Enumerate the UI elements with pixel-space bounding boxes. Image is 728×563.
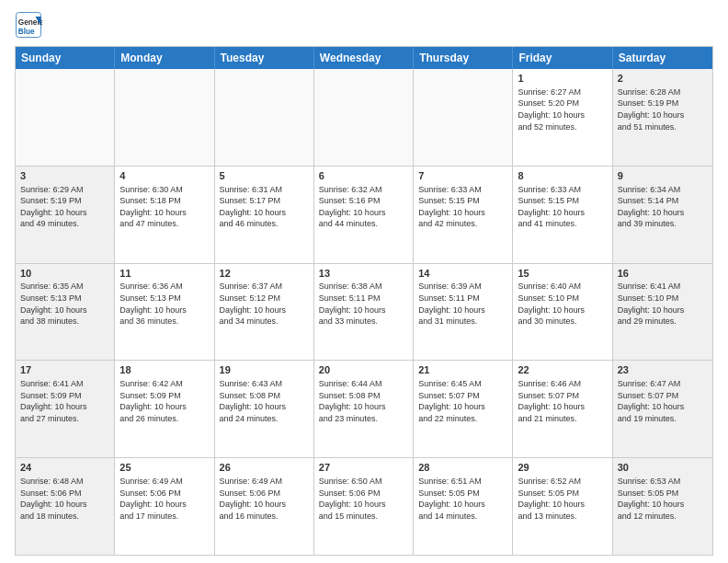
calendar-cell: 7Sunrise: 6:33 AM Sunset: 5:15 PM Daylig… xyxy=(414,167,513,263)
day-number: 3 xyxy=(20,169,109,183)
day-number: 29 xyxy=(518,461,607,475)
calendar-body: 1Sunrise: 6:27 AM Sunset: 5:20 PM Daylig… xyxy=(16,69,712,555)
cell-info: Sunrise: 6:38 AM Sunset: 5:11 PM Dayligh… xyxy=(319,281,408,327)
weekday-header: Tuesday xyxy=(215,47,314,69)
calendar-header: SundayMondayTuesdayWednesdayThursdayFrid… xyxy=(16,47,712,69)
day-number: 19 xyxy=(220,363,309,377)
cell-info: Sunrise: 6:30 AM Sunset: 5:18 PM Dayligh… xyxy=(119,184,209,230)
calendar-row: 3Sunrise: 6:29 AM Sunset: 5:19 PM Daylig… xyxy=(16,166,712,263)
day-number: 27 xyxy=(319,461,408,475)
calendar-cell: 2Sunrise: 6:28 AM Sunset: 5:19 PM Daylig… xyxy=(613,69,712,166)
calendar-row: 17Sunrise: 6:41 AM Sunset: 5:09 PM Dayli… xyxy=(16,360,712,457)
cell-info: Sunrise: 6:48 AM Sunset: 5:06 PM Dayligh… xyxy=(20,476,109,522)
cell-info: Sunrise: 6:27 AM Sunset: 5:20 PM Dayligh… xyxy=(518,86,607,132)
day-number: 30 xyxy=(618,461,708,475)
cell-info: Sunrise: 6:34 AM Sunset: 5:14 PM Dayligh… xyxy=(618,184,708,230)
calendar-cell xyxy=(314,69,414,166)
cell-info: Sunrise: 6:41 AM Sunset: 5:09 PM Dayligh… xyxy=(20,378,109,424)
cell-info: Sunrise: 6:35 AM Sunset: 5:13 PM Dayligh… xyxy=(20,281,109,327)
cell-info: Sunrise: 6:36 AM Sunset: 5:13 PM Dayligh… xyxy=(119,281,209,327)
day-number: 8 xyxy=(518,169,607,183)
day-number: 18 xyxy=(119,363,209,377)
calendar-cell: 12Sunrise: 6:37 AM Sunset: 5:12 PM Dayli… xyxy=(215,264,314,361)
day-number: 23 xyxy=(618,363,708,377)
calendar-cell: 22Sunrise: 6:46 AM Sunset: 5:07 PM Dayli… xyxy=(513,361,612,457)
day-number: 2 xyxy=(618,72,708,86)
logo: General Blue xyxy=(15,11,42,39)
calendar-cell: 9Sunrise: 6:34 AM Sunset: 5:14 PM Daylig… xyxy=(613,167,712,263)
calendar-cell: 21Sunrise: 6:45 AM Sunset: 5:07 PM Dayli… xyxy=(414,361,513,457)
weekday-header: Friday xyxy=(513,47,612,69)
calendar-row: 24Sunrise: 6:48 AM Sunset: 5:06 PM Dayli… xyxy=(16,457,712,555)
day-number: 7 xyxy=(418,169,507,183)
cell-info: Sunrise: 6:47 AM Sunset: 5:07 PM Dayligh… xyxy=(618,378,708,424)
cell-info: Sunrise: 6:52 AM Sunset: 5:05 PM Dayligh… xyxy=(518,476,607,522)
day-number: 26 xyxy=(220,461,309,475)
calendar-cell: 18Sunrise: 6:42 AM Sunset: 5:09 PM Dayli… xyxy=(115,361,214,457)
header: General Blue xyxy=(15,11,713,39)
svg-text:Blue: Blue xyxy=(18,28,35,36)
calendar-cell: 28Sunrise: 6:51 AM Sunset: 5:05 PM Dayli… xyxy=(414,458,513,555)
calendar-cell: 24Sunrise: 6:48 AM Sunset: 5:06 PM Dayli… xyxy=(16,458,115,555)
calendar-cell xyxy=(414,69,513,166)
cell-info: Sunrise: 6:53 AM Sunset: 5:05 PM Dayligh… xyxy=(618,476,708,522)
cell-info: Sunrise: 6:37 AM Sunset: 5:12 PM Dayligh… xyxy=(220,281,309,327)
calendar-cell: 17Sunrise: 6:41 AM Sunset: 5:09 PM Dayli… xyxy=(16,361,115,457)
day-number: 17 xyxy=(20,363,109,377)
day-number: 13 xyxy=(319,267,408,281)
day-number: 24 xyxy=(20,461,109,475)
cell-info: Sunrise: 6:46 AM Sunset: 5:07 PM Dayligh… xyxy=(518,378,607,424)
day-number: 6 xyxy=(319,169,408,183)
calendar-cell: 3Sunrise: 6:29 AM Sunset: 5:19 PM Daylig… xyxy=(16,167,115,263)
calendar-cell: 5Sunrise: 6:31 AM Sunset: 5:17 PM Daylig… xyxy=(215,167,314,263)
calendar-cell: 26Sunrise: 6:49 AM Sunset: 5:06 PM Dayli… xyxy=(215,458,314,555)
cell-info: Sunrise: 6:42 AM Sunset: 5:09 PM Dayligh… xyxy=(119,378,209,424)
calendar-cell: 30Sunrise: 6:53 AM Sunset: 5:05 PM Dayli… xyxy=(613,458,712,555)
calendar-cell: 25Sunrise: 6:49 AM Sunset: 5:06 PM Dayli… xyxy=(115,458,214,555)
cell-info: Sunrise: 6:29 AM Sunset: 5:19 PM Dayligh… xyxy=(20,184,109,230)
calendar-cell: 13Sunrise: 6:38 AM Sunset: 5:11 PM Dayli… xyxy=(314,264,414,361)
calendar-cell: 20Sunrise: 6:44 AM Sunset: 5:08 PM Dayli… xyxy=(314,361,414,457)
cell-info: Sunrise: 6:41 AM Sunset: 5:10 PM Dayligh… xyxy=(618,281,708,327)
weekday-header: Saturday xyxy=(613,47,712,69)
cell-info: Sunrise: 6:39 AM Sunset: 5:11 PM Dayligh… xyxy=(418,281,507,327)
day-number: 20 xyxy=(319,363,408,377)
page: General Blue SundayMondayTuesdayWednesda… xyxy=(0,0,728,563)
calendar-row: 1Sunrise: 6:27 AM Sunset: 5:20 PM Daylig… xyxy=(16,69,712,166)
calendar-cell: 23Sunrise: 6:47 AM Sunset: 5:07 PM Dayli… xyxy=(613,361,712,457)
cell-info: Sunrise: 6:51 AM Sunset: 5:05 PM Dayligh… xyxy=(418,476,507,522)
day-number: 11 xyxy=(119,267,209,281)
cell-info: Sunrise: 6:45 AM Sunset: 5:07 PM Dayligh… xyxy=(418,378,507,424)
calendar-cell: 19Sunrise: 6:43 AM Sunset: 5:08 PM Dayli… xyxy=(215,361,314,457)
cell-info: Sunrise: 6:28 AM Sunset: 5:19 PM Dayligh… xyxy=(618,86,708,132)
calendar-cell: 1Sunrise: 6:27 AM Sunset: 5:20 PM Daylig… xyxy=(513,69,612,166)
weekday-header: Thursday xyxy=(414,47,513,69)
day-number: 14 xyxy=(418,267,507,281)
weekday-header: Monday xyxy=(115,47,214,69)
day-number: 4 xyxy=(119,169,209,183)
cell-info: Sunrise: 6:43 AM Sunset: 5:08 PM Dayligh… xyxy=(220,378,309,424)
calendar-cell: 16Sunrise: 6:41 AM Sunset: 5:10 PM Dayli… xyxy=(613,264,712,361)
calendar-cell xyxy=(215,69,314,166)
calendar-cell: 10Sunrise: 6:35 AM Sunset: 5:13 PM Dayli… xyxy=(16,264,115,361)
cell-info: Sunrise: 6:33 AM Sunset: 5:15 PM Dayligh… xyxy=(518,184,607,230)
day-number: 15 xyxy=(518,267,607,281)
calendar-row: 10Sunrise: 6:35 AM Sunset: 5:13 PM Dayli… xyxy=(16,263,712,361)
day-number: 10 xyxy=(20,267,109,281)
cell-info: Sunrise: 6:44 AM Sunset: 5:08 PM Dayligh… xyxy=(319,378,408,424)
day-number: 5 xyxy=(220,169,309,183)
day-number: 28 xyxy=(418,461,507,475)
day-number: 16 xyxy=(618,267,708,281)
calendar-cell: 27Sunrise: 6:50 AM Sunset: 5:06 PM Dayli… xyxy=(314,458,414,555)
cell-info: Sunrise: 6:49 AM Sunset: 5:06 PM Dayligh… xyxy=(220,476,309,522)
calendar-cell xyxy=(115,69,214,166)
calendar-cell: 4Sunrise: 6:30 AM Sunset: 5:18 PM Daylig… xyxy=(115,167,214,263)
day-number: 12 xyxy=(220,267,309,281)
cell-info: Sunrise: 6:33 AM Sunset: 5:15 PM Dayligh… xyxy=(418,184,507,230)
calendar-cell: 11Sunrise: 6:36 AM Sunset: 5:13 PM Dayli… xyxy=(115,264,214,361)
calendar: SundayMondayTuesdayWednesdayThursdayFrid… xyxy=(15,46,713,556)
cell-info: Sunrise: 6:50 AM Sunset: 5:06 PM Dayligh… xyxy=(319,476,408,522)
cell-info: Sunrise: 6:40 AM Sunset: 5:10 PM Dayligh… xyxy=(518,281,607,327)
logo-icon: General Blue xyxy=(15,11,42,39)
calendar-cell: 15Sunrise: 6:40 AM Sunset: 5:10 PM Dayli… xyxy=(513,264,612,361)
